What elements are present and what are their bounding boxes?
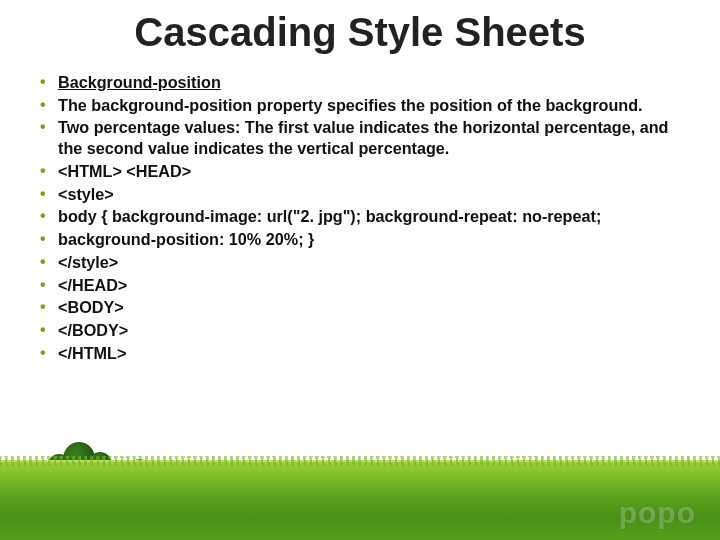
bullet-item: <style> <box>38 184 690 205</box>
bullet-item: </HTML> <box>38 343 690 364</box>
bullet-text: </style> <box>58 253 118 271</box>
bullet-list: Background-position The background-posit… <box>38 72 690 366</box>
bullet-text: <HTML> <HEAD> <box>58 162 191 180</box>
bullet-text: Background-position <box>58 73 221 91</box>
bullet-text: <style> <box>58 185 114 203</box>
bullet-item: The background-position property specifi… <box>38 95 690 116</box>
slide-title: Cascading Style Sheets <box>0 10 720 55</box>
bullet-text: <BODY> <box>58 298 124 316</box>
bullet-text: </BODY> <box>58 321 128 339</box>
bullet-item: Two percentage values: The first value i… <box>38 117 690 158</box>
bullet-text: background-position: 10% 20%; } <box>58 230 314 248</box>
watermark: popo <box>619 496 696 530</box>
bullet-text: Two percentage values: The first value i… <box>58 118 668 157</box>
bullet-item: background-position: 10% 20%; } <box>38 229 690 250</box>
bullet-text: body { background-image: url("2. jpg"); … <box>58 207 601 225</box>
bullet-item: </style> <box>38 252 690 273</box>
grass-footer <box>0 460 720 540</box>
bullet-text: </HEAD> <box>58 276 127 294</box>
slide: Cascading Style Sheets Background-positi… <box>0 0 720 540</box>
bullet-item: </HEAD> <box>38 275 690 296</box>
bullet-item: </BODY> <box>38 320 690 341</box>
bullet-item: body { background-image: url("2. jpg"); … <box>38 206 690 227</box>
bullet-text: The background-position property specifi… <box>58 96 643 114</box>
bullet-item: <HTML> <HEAD> <box>38 161 690 182</box>
bullet-item: <BODY> <box>38 297 690 318</box>
bullet-text: </HTML> <box>58 344 126 362</box>
bullet-item: Background-position <box>38 72 690 93</box>
